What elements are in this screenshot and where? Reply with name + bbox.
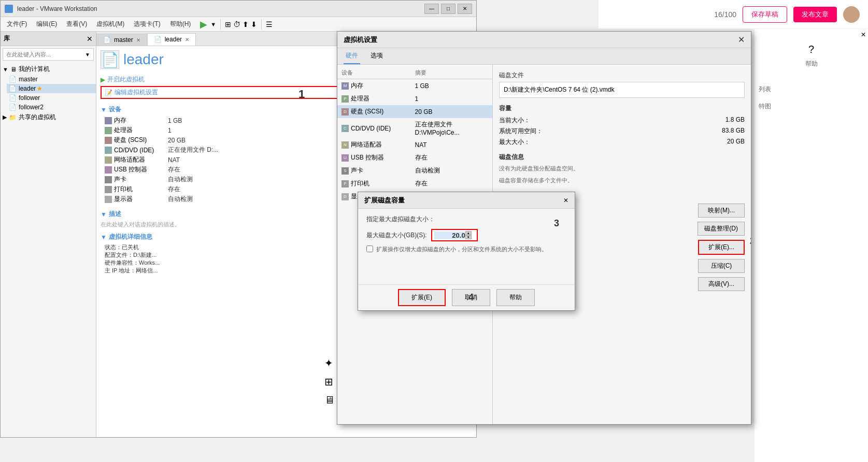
settings-device-printer[interactable]: P 打印机 存在 (337, 177, 492, 190)
menu-view[interactable]: 查看(V) (62, 19, 91, 30)
shared-icon: 📁 (9, 114, 17, 121)
tree-label-follower: follower (19, 94, 40, 102)
expand-icon-shared: ▶ (3, 114, 7, 121)
run-button[interactable]: ▶ (200, 19, 207, 30)
toolbar-btn-1[interactable]: ⊞ (225, 20, 231, 28)
defrag-button[interactable]: 磁盘整理(D) (698, 222, 745, 236)
disk-size-input[interactable] (434, 232, 465, 239)
annotation-1: 1 (298, 88, 305, 101)
edit-settings-label: 编辑虚拟机设置 (115, 88, 158, 97)
menu-help[interactable]: 帮助(H) (166, 19, 195, 30)
disk-file-group: 磁盘文件 D:\新建文件夹\CentOS 7 64 位 (2).vmdk (499, 71, 745, 98)
collapse-icon-details[interactable]: ▼ (101, 234, 107, 241)
compass-icon: ✦ (324, 357, 335, 369)
tab-master[interactable]: 📄 master ✕ (96, 34, 147, 46)
usb-icon (105, 166, 112, 174)
nav-icons: ✦ ⊞ 🖥 (324, 357, 335, 406)
vm-icon-master: 📄 (9, 76, 17, 83)
settings-device-cd[interactable]: C CD/DVD (IDE) 正在使用文件 D:\VMPojo\Ce... (337, 118, 492, 138)
settings-tab-options[interactable]: 选项 (368, 48, 385, 64)
expand-checkbox[interactable] (366, 246, 373, 252)
settings-device-net[interactable]: N 网络适配器 NAT (337, 138, 492, 151)
tab-label-leader: leader (165, 36, 182, 43)
monitor-icon: 🖥 (324, 394, 335, 406)
expand-footer: 扩展(E) 4 取消 帮助 (358, 284, 575, 310)
toolbar-btn-4[interactable]: ⬇ (251, 20, 257, 28)
save-draft-button[interactable]: 保存草稿 (743, 6, 787, 23)
tab-close-master[interactable]: ✕ (136, 37, 140, 43)
settings-device-audio[interactable]: S 声卡 自动检测 (337, 164, 492, 177)
library-header: 库 ✕ (1, 32, 96, 46)
system-avail-row: 系统可用空间： 83.8 GB (499, 127, 745, 136)
close-window-button[interactable]: ✕ (458, 4, 472, 14)
menu-vm[interactable]: 虚拟机(M) (92, 19, 129, 30)
vm-icon-follower: 📄 (9, 94, 17, 102)
settings-close-button[interactable]: ✕ (738, 35, 745, 45)
sidebar-feature-label: 特图 (759, 102, 864, 111)
map-button[interactable]: 映射(M)... (698, 204, 745, 218)
expand-title-bar: 扩展磁盘容量 ✕ (358, 192, 575, 209)
compact-button[interactable]: 压缩(C) (698, 259, 745, 273)
tree-item-follower2[interactable]: 📄 follower2 (7, 103, 96, 112)
toolbar-btn-2[interactable]: ⏱ (233, 20, 240, 28)
spin-up-button[interactable]: ▲ (465, 231, 472, 235)
expand-close-button[interactable]: ✕ (563, 197, 568, 204)
expand-instruction: 指定最大虚拟磁盘大小： (366, 215, 566, 224)
menu-tab[interactable]: 选项卡(T) (130, 19, 164, 30)
vm-icon-follower2: 📄 (9, 104, 17, 111)
tab-close-leader[interactable]: ✕ (185, 37, 189, 42)
settings-device-disk[interactable]: D 硬盘 (SCSI) 20 GB (337, 105, 492, 118)
sidebar-close-button[interactable]: ✕ (861, 31, 866, 38)
tree-label-my-computer: 我的计算机 (19, 65, 50, 74)
disk-info-text2: 磁盘容量存储在多个文件中。 (499, 177, 745, 184)
search-dropdown-icon[interactable]: ▼ (85, 52, 90, 57)
toolbar-btn-3[interactable]: ⬆ (243, 20, 249, 28)
sidebar-help-label: 帮助 (759, 55, 864, 73)
menu-edit[interactable]: 编辑(E) (32, 19, 61, 30)
expand-settings-button[interactable]: 扩展(E)... (698, 240, 745, 255)
settings-mem-icon: M (341, 82, 349, 90)
start-vm-label: 开启此虚拟机 (107, 75, 145, 84)
settings-device-memory[interactable]: M 内存 1 GB (337, 79, 492, 92)
library-close-button[interactable]: ✕ (87, 35, 93, 43)
collapse-icon-desc[interactable]: ▼ (101, 211, 107, 218)
tree-item-my-computer[interactable]: ▼ 🖥 我的计算机 (1, 64, 96, 75)
audio-icon (105, 176, 112, 183)
library-search-input[interactable] (6, 51, 85, 57)
collapse-icon[interactable]: ▼ (101, 106, 107, 113)
tree-item-master[interactable]: 📄 master (7, 75, 96, 84)
disk-size-spinner[interactable]: ▲ ▼ (465, 231, 472, 239)
expand-help-button[interactable]: 帮助 (496, 289, 535, 306)
settings-tab-hardware[interactable]: 硬件 (344, 48, 360, 64)
spin-down-button[interactable]: ▼ (465, 235, 472, 239)
vm-folder-icon: 📄 (101, 51, 119, 68)
expand-confirm-button[interactable]: 扩展(E) (398, 289, 446, 306)
advanced-button[interactable]: 高级(V)... (698, 277, 745, 291)
maximize-button[interactable]: □ (441, 4, 456, 14)
article-counter: 16/100 (714, 10, 736, 19)
tree-item-follower[interactable]: 📄 follower (7, 93, 96, 103)
expand-checkbox-label: 扩展操作仅增大虚拟磁盘的大小，分区和文件系统的大小不受影响。 (376, 246, 547, 253)
star-icon: ★ (37, 85, 42, 92)
tree-item-leader[interactable]: 📄 leader ★ (7, 84, 96, 93)
disk-info-title: 磁盘信息 (499, 153, 745, 162)
publish-button[interactable]: 发布文章 (793, 7, 837, 22)
expand-icon: ⊞ (324, 376, 335, 388)
menu-file[interactable]: 文件(F) (3, 19, 31, 30)
tree-label-follower2: follower2 (19, 104, 44, 111)
tab-leader[interactable]: 📄 leader ✕ (147, 33, 196, 46)
settings-device-cpu[interactable]: P 处理器 1 (337, 92, 492, 105)
window-controls: — □ ✕ (424, 4, 472, 14)
disk-file-value: D:\新建文件夹\CentOS 7 64 位 (2).vmdk (499, 82, 745, 98)
run-dropdown[interactable]: ▼ (210, 21, 216, 27)
settings-device-usb[interactable]: U USB 控制器 存在 (337, 151, 492, 164)
toolbar-btn-5[interactable]: ☰ (266, 20, 273, 28)
play-icon: ▶ (101, 76, 105, 83)
tree-item-shared-vms[interactable]: ▶ 📁 共享的虚拟机 (1, 112, 96, 123)
expand-checkbox-row: 扩展操作仅增大虚拟磁盘的大小，分区和文件系统的大小不受影响。 (366, 246, 566, 253)
tree-label-master: master (19, 76, 38, 83)
user-avatar[interactable] (843, 6, 860, 23)
tab-icon-leader: 📄 (154, 36, 162, 43)
minimize-button[interactable]: — (424, 4, 439, 14)
settings-display-icon: D (341, 193, 349, 200)
